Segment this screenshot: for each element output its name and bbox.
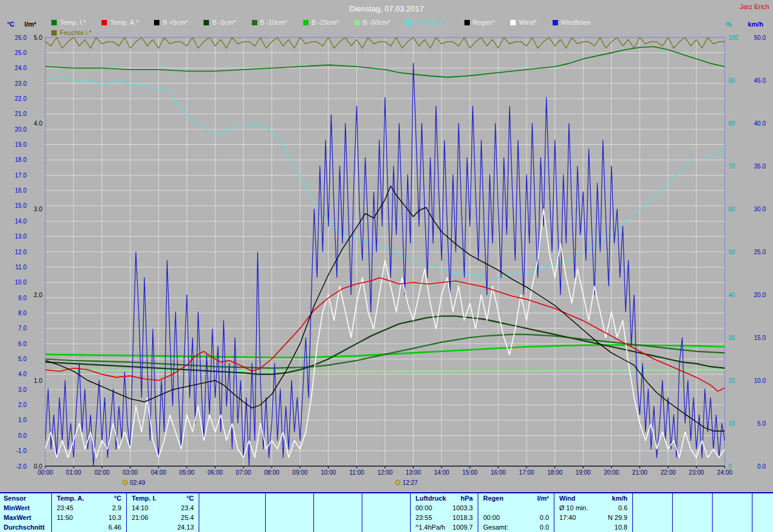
svg-text:09:00: 09:00 xyxy=(292,469,307,476)
svg-text:24:00: 24:00 xyxy=(717,469,732,476)
legend-item-feuchte-i[interactable]: Feuchte i.* xyxy=(51,29,92,36)
legend-swatch xyxy=(154,20,159,25)
legend-item-temp-i[interactable]: Temp. I.* xyxy=(51,19,86,26)
svg-text:15.0: 15.0 xyxy=(754,335,766,341)
stats-row: ^1.4hPa/h1009.7 xyxy=(411,522,478,532)
stats-cell-label: 00:00 xyxy=(483,513,500,522)
legend: Temp. I.*Temp. A.*B +5cm*B -5cm*B -10cm*… xyxy=(51,19,591,26)
legend-item-feuchte-a[interactable]: Feuchte a.* xyxy=(406,19,448,26)
legend-item-b-m5[interactable]: B -5cm* xyxy=(204,19,236,26)
svg-text:5.0: 5.0 xyxy=(34,34,42,41)
stats-row: 00:000.0 xyxy=(478,513,554,522)
legend-item-temp-a[interactable]: Temp. A.* xyxy=(101,19,138,26)
svg-text:60: 60 xyxy=(728,206,736,213)
stats-row-label: Sensor xyxy=(0,493,51,503)
stats-row xyxy=(266,513,313,522)
svg-text:26.0: 26.0 xyxy=(15,34,27,41)
legend-swatch xyxy=(303,20,309,25)
legend-label: Temp. I.* xyxy=(60,19,86,26)
svg-text:19:00: 19:00 xyxy=(576,469,591,476)
stats-cell-value: 1003.3 xyxy=(452,503,473,513)
stats-cell-label: Ø 10 min. xyxy=(559,503,588,513)
svg-text:00:00: 00:00 xyxy=(37,469,53,476)
svg-text:50.0: 50.0 xyxy=(754,34,766,41)
stats-row: Gesamt:0.0 xyxy=(478,522,554,532)
stats-row xyxy=(314,503,362,513)
stats-row: 21:0625.4 xyxy=(127,513,199,522)
legend-item-windboeen[interactable]: Windböen xyxy=(553,19,591,26)
legend-item-b-m10[interactable]: B -10cm* xyxy=(252,19,287,26)
stats-row: Temp. I.°C xyxy=(127,493,199,503)
stats-cell-value: 1009.7 xyxy=(452,522,473,532)
legend-label: Windböen xyxy=(561,19,591,26)
stats-row xyxy=(199,522,265,532)
stats-row xyxy=(673,493,712,503)
legend-item-b-m20[interactable]: B -20cm* xyxy=(303,19,339,26)
legend-item-b-m50[interactable]: B -50cm* xyxy=(354,19,390,26)
stats-row: LuftdruckhPa xyxy=(411,493,478,503)
stats-row xyxy=(266,503,313,513)
svg-text:11.0: 11.0 xyxy=(15,264,27,271)
stats-column-empty-9 xyxy=(633,493,673,532)
axis-kmh-labels: 0.05.010.015.020.025.030.035.040.045.050… xyxy=(748,21,766,470)
stats-row xyxy=(673,503,712,513)
svg-text:5.0: 5.0 xyxy=(18,356,27,362)
legend-item-regen[interactable]: Regen* xyxy=(464,19,495,26)
legend-swatch xyxy=(51,20,57,25)
svg-text:70: 70 xyxy=(728,163,736,170)
svg-text:8.0: 8.0 xyxy=(18,310,27,316)
axis-pct-unit: % xyxy=(726,21,732,28)
stats-cell-value: °C xyxy=(114,493,121,503)
stats-column-empty-11 xyxy=(713,493,752,532)
stats-column-empty-2 xyxy=(199,493,266,532)
stats-row xyxy=(713,493,752,503)
stats-row: 00:001003.3 xyxy=(411,503,478,513)
stats-row xyxy=(713,513,752,522)
stats-column-filler xyxy=(752,493,773,532)
stats-cell-value: 0.0 xyxy=(540,513,549,522)
svg-text:0: 0 xyxy=(728,463,732,470)
svg-text:30: 30 xyxy=(728,335,736,341)
stats-row: 11:5010.3 xyxy=(52,513,126,522)
stats-cell-value: 6.46 xyxy=(109,522,121,532)
stats-cell-label: Luftdruck xyxy=(415,493,446,503)
svg-text:25.0: 25.0 xyxy=(754,249,766,255)
stats-column-temp-a: Temp. A.°C23:452.911:5010.36.46 xyxy=(52,493,127,532)
svg-text:06:00: 06:00 xyxy=(208,469,223,476)
stats-row xyxy=(633,503,672,513)
svg-text:1.0: 1.0 xyxy=(18,417,27,423)
svg-text:23.0: 23.0 xyxy=(15,80,27,87)
stats-row: 23:551018.3 xyxy=(411,513,478,522)
svg-text:21.0: 21.0 xyxy=(15,111,27,117)
stats-row: Temp. A.°C xyxy=(52,493,126,503)
astro-marker-time: 02:49 xyxy=(130,479,145,486)
svg-text:20:00: 20:00 xyxy=(604,469,619,476)
legend-label: B -5cm* xyxy=(212,19,236,26)
stats-row: Ø 10 min.0.6 xyxy=(554,503,632,513)
stats-row xyxy=(199,503,265,513)
svg-text:03:00: 03:00 xyxy=(123,469,138,476)
svg-text:18:00: 18:00 xyxy=(547,469,562,476)
legend-label: B +5cm* xyxy=(162,19,188,26)
stats-row xyxy=(362,493,410,503)
stats-cell-value: 0.6 xyxy=(618,503,627,513)
stats-row xyxy=(633,493,672,503)
stats-cell-value: 10.3 xyxy=(109,513,121,522)
svg-text:01:00: 01:00 xyxy=(66,469,81,476)
stats-row-label: MinWert xyxy=(0,503,51,513)
legend-swatch xyxy=(553,20,558,25)
svg-text:10.0: 10.0 xyxy=(15,279,27,286)
stats-row: 6.46 xyxy=(52,522,126,532)
axis-pct-labels: 0102030405060708090100% xyxy=(726,21,739,470)
astro-marker-time: 12:27 xyxy=(403,479,418,486)
svg-text:0.0: 0.0 xyxy=(757,463,766,470)
svg-text:22.0: 22.0 xyxy=(15,95,27,102)
svg-text:30.0: 30.0 xyxy=(754,206,766,213)
legend-item-wind[interactable]: Wind* xyxy=(510,19,536,26)
stats-row xyxy=(713,503,752,513)
legend-item-b-p5[interactable]: B +5cm* xyxy=(154,19,188,26)
stats-row xyxy=(266,522,313,532)
stats-cell-value: N 29.9 xyxy=(608,513,627,522)
stats-row-label: Durchschnitt xyxy=(0,522,51,532)
svg-text:35.0: 35.0 xyxy=(754,163,766,170)
